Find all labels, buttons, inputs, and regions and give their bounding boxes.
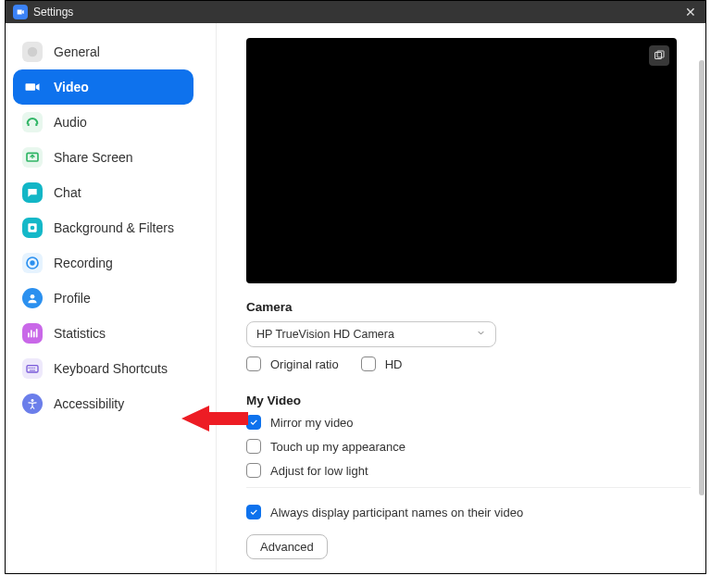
profile-icon xyxy=(22,288,43,308)
camera-select[interactable]: HP TrueVision HD Camera xyxy=(246,321,496,347)
expand-preview-button[interactable] xyxy=(649,45,669,66)
keyboard-icon xyxy=(22,358,43,379)
sidebar-item-profile[interactable]: Profile xyxy=(13,281,208,316)
titlebar: Settings ✕ xyxy=(6,1,705,23)
sidebar-item-audio[interactable]: Audio xyxy=(13,105,208,140)
video-icon xyxy=(22,77,43,97)
window-title: Settings xyxy=(33,6,73,19)
checkbox-box xyxy=(246,439,261,454)
sidebar-item-statistics[interactable]: Statistics xyxy=(13,316,208,351)
audio-icon xyxy=(22,112,43,132)
main-panel: Camera HP TrueVision HD Camera Original … xyxy=(217,23,705,573)
sidebar-item-chat[interactable]: Chat xyxy=(13,175,208,210)
advanced-button[interactable]: Advanced xyxy=(246,534,328,559)
checkbox-box xyxy=(361,357,376,371)
sidebar-item-label: Keyboard Shortcuts xyxy=(54,361,168,376)
share-screen-icon xyxy=(22,147,43,168)
section-title-my-video: My Video xyxy=(246,394,689,407)
sidebar-item-label: Profile xyxy=(54,291,91,306)
checkbox-hd[interactable]: HD xyxy=(361,357,403,371)
sidebar-item-label: Statistics xyxy=(54,326,106,341)
checkbox-label: Original ratio xyxy=(270,357,339,371)
sidebar-item-keyboard-shortcuts[interactable]: Keyboard Shortcuts xyxy=(13,351,208,386)
sidebar-item-recording[interactable]: Recording xyxy=(13,245,208,281)
checkbox-box xyxy=(246,415,261,430)
sidebar-item-label: Background & Filters xyxy=(54,220,174,235)
scrollbar-vertical[interactable] xyxy=(698,23,705,573)
checkbox-label: HD xyxy=(385,357,403,371)
svg-point-0 xyxy=(28,47,38,57)
checkbox-touch-up-appearance[interactable]: Touch up my appearance xyxy=(246,439,689,454)
sidebar: General Video Audio Share Screen xyxy=(6,23,217,573)
sidebar-item-general[interactable]: General xyxy=(13,34,208,69)
checkbox-box xyxy=(246,357,261,371)
checkbox-original-ratio[interactable]: Original ratio xyxy=(246,357,339,371)
sidebar-item-label: Chat xyxy=(54,185,81,200)
chat-icon xyxy=(22,182,43,203)
close-button[interactable]: ✕ xyxy=(683,5,698,19)
sidebar-item-background-filters[interactable]: Background & Filters xyxy=(13,210,208,245)
svg-point-5 xyxy=(30,260,34,265)
background-filters-icon xyxy=(22,218,43,238)
scrollbar-thumb[interactable] xyxy=(699,60,705,495)
checkbox-adjust-low-light[interactable]: Adjust for low light xyxy=(246,463,689,478)
statistics-icon xyxy=(22,323,43,344)
checkbox-label: Mirror my video xyxy=(270,416,354,430)
sidebar-item-label: General xyxy=(54,44,100,59)
accessibility-icon xyxy=(22,394,43,414)
sidebar-item-label: Recording xyxy=(54,256,113,270)
svg-point-3 xyxy=(31,226,35,231)
recording-icon xyxy=(22,253,43,273)
checkbox-box xyxy=(246,505,261,519)
svg-point-6 xyxy=(31,294,35,299)
camera-select-value: HP TrueVision HD Camera xyxy=(256,328,476,341)
sidebar-item-accessibility[interactable]: Accessibility xyxy=(13,386,208,421)
checkbox-label: Touch up my appearance xyxy=(270,440,405,454)
checkbox-label: Adjust for low light xyxy=(270,464,368,478)
general-icon xyxy=(22,42,43,62)
section-title-camera: Camera xyxy=(246,300,689,314)
chevron-down-icon xyxy=(476,328,486,341)
sidebar-item-video[interactable]: Video xyxy=(13,69,193,105)
sidebar-item-label: Audio xyxy=(54,115,87,130)
sidebar-item-label: Video xyxy=(54,80,89,94)
checkbox-display-participant-names[interactable]: Always display participant names on thei… xyxy=(246,505,689,519)
checkbox-mirror-my-video[interactable]: Mirror my video xyxy=(246,415,689,430)
svg-rect-7 xyxy=(27,366,38,372)
sidebar-item-label: Share Screen xyxy=(54,150,133,165)
separator xyxy=(246,487,691,488)
video-preview xyxy=(246,38,677,283)
sidebar-item-share-screen[interactable]: Share Screen xyxy=(13,140,208,175)
checkbox-box xyxy=(246,463,261,478)
svg-point-8 xyxy=(31,399,34,402)
checkbox-label: Always display participant names on thei… xyxy=(270,506,523,519)
sidebar-item-label: Accessibility xyxy=(54,396,124,411)
app-icon xyxy=(13,5,28,19)
